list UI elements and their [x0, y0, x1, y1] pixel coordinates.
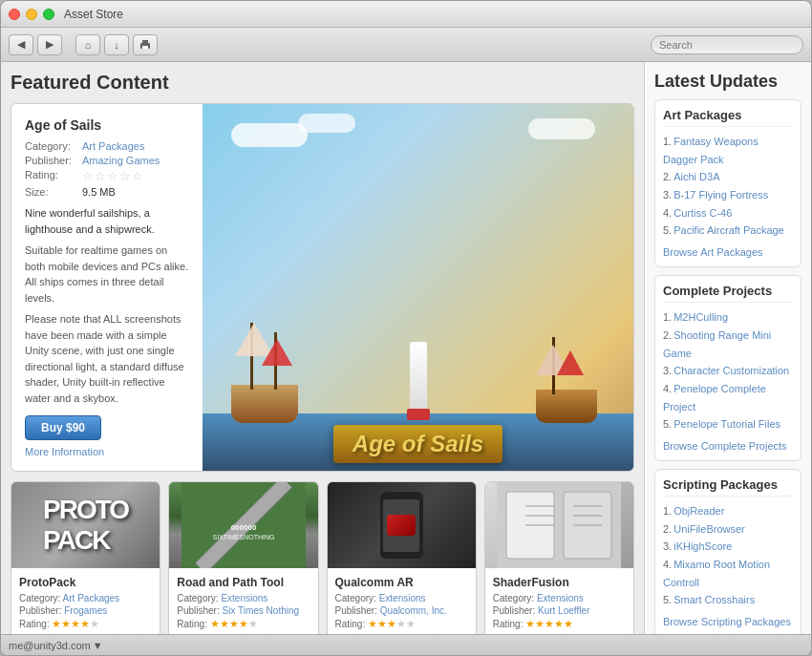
shader-cat-label: Category:	[493, 593, 534, 603]
maximize-button[interactable]	[43, 9, 54, 20]
size-label: Size:	[25, 186, 82, 198]
cloud3	[528, 118, 595, 139]
list-item[interactable]: 1.ObjReader	[663, 502, 793, 520]
road-cat-value[interactable]: Extensions	[221, 593, 267, 603]
list-item[interactable]: 2.UniFileBrowser	[663, 520, 793, 539]
size-value: 9.5 MB	[82, 186, 116, 198]
scripting-packages-section: Scripting Packages 1.ObjReader 2.UniFile…	[654, 469, 801, 634]
art-packages-list: 1.Fantasy Weapons Dagger Pack 2.Aichi D3…	[663, 133, 793, 240]
shader-stars: ★★★★★	[525, 618, 573, 629]
list-item[interactable]: 4.Mixamo Root Motion Controll	[663, 556, 793, 591]
list-item[interactable]: 5.Smart Crosshairs	[663, 591, 793, 609]
list-item[interactable]: 4.Penelope Complete Project	[663, 380, 793, 415]
proto-pack-logo: PROTOPACK	[43, 495, 128, 556]
banner-text: Age of Sails	[353, 431, 483, 456]
traffic-lights	[9, 9, 54, 20]
cloud1	[231, 123, 308, 147]
category-value[interactable]: Art Packages	[82, 140, 144, 152]
ar-name: Qualcomm AR	[335, 576, 468, 589]
lighthouse	[410, 342, 427, 418]
print-button[interactable]	[133, 34, 158, 55]
close-button[interactable]	[9, 9, 20, 20]
publisher-label: Publisher:	[25, 155, 82, 166]
hero-more-info-link[interactable]: More Information	[25, 446, 189, 457]
protopack-cat-value[interactable]: Art Packages	[63, 593, 119, 603]
protopack-pub-value[interactable]: Frogames	[64, 605, 107, 616]
list-item[interactable]: 5.Penelope Tutorial Files	[663, 415, 793, 434]
publisher-value[interactable]: Amazing Games	[82, 155, 160, 166]
lighthouse-tower	[410, 342, 427, 409]
hero-info: Age of Sails Category: Art Packages Publ…	[11, 104, 203, 471]
list-item[interactable]: 2.Aichi D3A	[663, 168, 793, 186]
hero-desc2: Suitable for realtime games on both mobi…	[25, 243, 189, 306]
ar-cat-value[interactable]: Extensions	[379, 593, 426, 603]
hero-content: Age of Sails Category: Art Packages Publ…	[11, 104, 633, 471]
status-email[interactable]: me@unity3d.com	[9, 640, 91, 651]
ar-publisher: Publisher: Qualcomm, Inc.	[335, 605, 468, 616]
ar-category: Category: Extensions	[335, 593, 468, 603]
thumb-info-ar: Qualcomm AR Category: Extensions Publish…	[328, 568, 476, 634]
protopack-cat-label: Category:	[19, 593, 60, 603]
thumb-img-shader	[485, 482, 633, 568]
svg-rect-1	[142, 40, 148, 44]
shader-cat-value[interactable]: Extensions	[537, 593, 584, 603]
minimize-button[interactable]	[26, 9, 37, 20]
size-row: Size: 9.5 MB	[25, 186, 189, 198]
hero-desc3: Please note that ALL screenshots have be…	[25, 311, 189, 406]
shader-preview	[497, 482, 621, 568]
protopack-pub-label: Publisher:	[19, 605, 61, 616]
browse-art-packages-link[interactable]: Browse Art Packages	[663, 246, 763, 258]
svg-text:000000: 000000	[231, 523, 257, 532]
search-bar[interactable]	[651, 35, 803, 54]
protopack-rating-label: Rating:	[19, 619, 50, 629]
ar-pub-label: Publisher:	[335, 605, 377, 616]
status-dropdown-arrow[interactable]: ▼	[93, 640, 103, 651]
ship1-sail1	[235, 323, 273, 356]
download-button[interactable]: ↓	[104, 34, 129, 55]
latest-updates-title: Latest Updates	[654, 72, 801, 92]
road-pub-value[interactable]: Six Times Nothing	[223, 605, 300, 616]
ar-pub-value[interactable]: Qualcomm, Inc.	[380, 605, 447, 616]
thumb-info-road: Road and Path Tool Category: Extensions …	[169, 568, 317, 634]
protopack-stars: ★★★★	[52, 618, 90, 629]
list-item[interactable]: 3.iKHighScore	[663, 538, 793, 556]
back-button[interactable]: ◀	[9, 34, 33, 55]
ar-rating: Rating: ★★★★★	[335, 618, 468, 630]
hero-title: Age of Sails	[25, 117, 189, 133]
window-title: Asset Store	[64, 8, 803, 21]
list-item[interactable]: 4.Curtiss C-46	[663, 204, 793, 222]
shader-category: Category: Extensions	[493, 593, 626, 603]
shader-pub-value[interactable]: Kurt Loeffler	[538, 605, 589, 616]
search-input[interactable]	[659, 39, 795, 51]
protopack-rating: Rating: ★★★★★	[19, 618, 152, 630]
thumb-info-protopack: ProtoPack Category: Art Packages Publish…	[11, 568, 160, 634]
home-button[interactable]: ⌂	[75, 34, 100, 55]
cloud2	[298, 114, 355, 133]
browse-scripting-packages-link[interactable]: Browse Scripting Packages	[663, 616, 791, 627]
ar-cat-label: Category:	[335, 593, 376, 603]
list-item[interactable]: 1.M2HCulling	[663, 308, 793, 327]
road-preview: 000000 SIXTIMESNOTHING	[182, 482, 306, 568]
forward-button[interactable]: ▶	[37, 34, 62, 55]
list-item[interactable]: 2.Shooting Range Mini Game	[663, 327, 793, 362]
list-item[interactable]: 1.Fantasy Weapons Dagger Pack	[663, 133, 793, 168]
list-item[interactable]: 3.Character Customization	[663, 362, 793, 380]
ship2	[528, 337, 605, 423]
banner-overlay: Age of Sails	[203, 417, 633, 471]
complete-projects-section: Complete Projects 1.M2HCulling 2.Shootin…	[654, 275, 801, 461]
buy-button[interactable]: Buy $90	[25, 415, 101, 440]
list-item[interactable]: 5.Pacific Aircraft Package	[663, 222, 793, 240]
protopack-name: ProtoPack	[19, 576, 152, 589]
road-rating: Rating: ★★★★★	[177, 618, 310, 630]
road-stars: ★★★★	[210, 618, 248, 629]
road-rating-label: Rating:	[177, 619, 207, 629]
print-icon	[139, 39, 151, 51]
shader-name: ShaderFusion	[493, 576, 626, 589]
statusbar: me@unity3d.com ▼	[1, 634, 811, 655]
protopack-category: Category: Art Packages	[19, 593, 152, 603]
shader-pub-label: Publisher:	[493, 605, 535, 616]
road-cat-label: Category:	[177, 593, 218, 603]
browse-complete-projects-link[interactable]: Browse Complete Projects	[663, 440, 787, 452]
road-name: Road and Path Tool	[177, 576, 310, 589]
list-item[interactable]: 3.B-17 Flying Fortress	[663, 186, 793, 204]
